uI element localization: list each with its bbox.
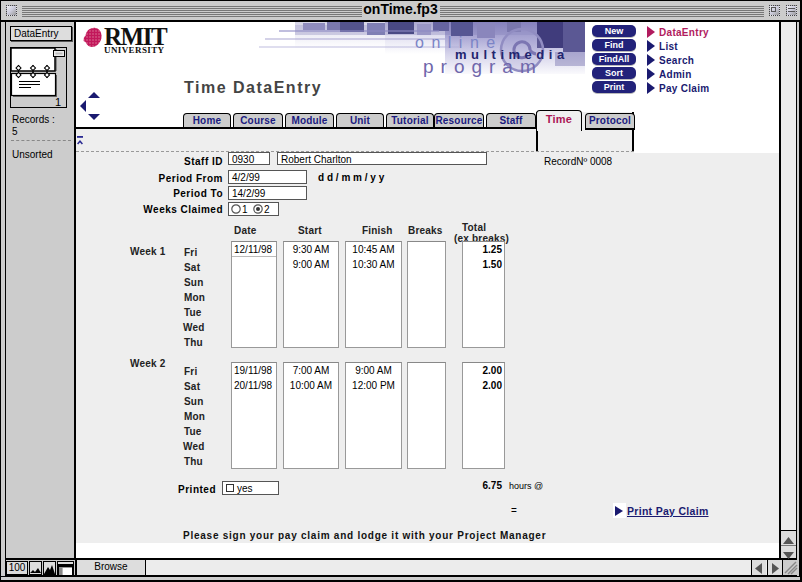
svg-text:1: 1 <box>55 96 61 108</box>
